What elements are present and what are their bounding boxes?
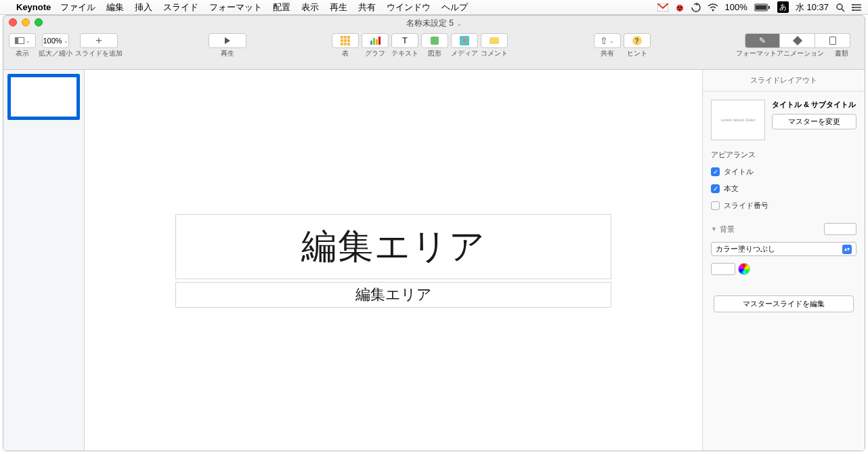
edit-master-button[interactable]: マスタースライドを編集 bbox=[714, 295, 854, 312]
svg-point-1 bbox=[676, 5, 683, 12]
slide[interactable]: 編集エリア 編集エリア bbox=[132, 107, 655, 401]
zoom-window-button[interactable] bbox=[35, 18, 43, 26]
color-picker-button[interactable] bbox=[738, 263, 750, 275]
comment-icon bbox=[490, 37, 499, 44]
chart-label: グラフ bbox=[365, 49, 385, 58]
format-tab[interactable]: ✎ bbox=[745, 33, 780, 48]
clock[interactable]: 水 10:37 bbox=[796, 1, 829, 14]
menu-share[interactable]: 共有 bbox=[358, 1, 376, 14]
disclosure-triangle-icon[interactable]: ▼ bbox=[711, 226, 717, 232]
menu-edit[interactable]: 編集 bbox=[106, 1, 124, 14]
svg-point-3 bbox=[680, 7, 682, 8]
comment-button[interactable] bbox=[481, 33, 508, 48]
gmail-icon[interactable] bbox=[657, 3, 668, 12]
svg-point-14 bbox=[852, 4, 854, 5]
shape-icon bbox=[431, 37, 439, 45]
color-swatch[interactable] bbox=[711, 263, 735, 275]
view-icon bbox=[15, 37, 24, 44]
spotlight-icon[interactable] bbox=[836, 3, 845, 12]
play-button[interactable] bbox=[209, 33, 246, 48]
subtitle-placeholder[interactable]: 編集エリア bbox=[175, 282, 611, 308]
plus-icon: + bbox=[95, 35, 102, 47]
menu-play[interactable]: 再生 bbox=[330, 1, 347, 14]
keynote-window: 名称未設定 5 ⌄ ⌄ 表示 100%⌄ 拡大／縮小 + スライドを追加 再生 … bbox=[3, 15, 865, 451]
zoom-button[interactable]: 100%⌄ bbox=[42, 33, 69, 48]
background-well[interactable] bbox=[824, 223, 856, 235]
diamond-icon bbox=[792, 36, 802, 45]
menu-window[interactable]: ウインドウ bbox=[387, 1, 431, 14]
ladybug-icon[interactable] bbox=[675, 3, 685, 12]
svg-point-4 bbox=[679, 9, 680, 10]
svg-point-9 bbox=[837, 4, 842, 9]
play-label: 再生 bbox=[221, 49, 234, 58]
share-icon: ⇧ bbox=[600, 35, 608, 46]
table-label: 表 bbox=[342, 49, 349, 58]
menu-view[interactable]: 表示 bbox=[301, 1, 319, 14]
svg-point-5 bbox=[712, 9, 714, 11]
menu-file[interactable]: ファイル bbox=[60, 1, 95, 14]
subtitle-text: 編集エリア bbox=[355, 285, 432, 305]
svg-point-15 bbox=[852, 7, 854, 8]
battery-icon[interactable] bbox=[754, 3, 771, 12]
app-menu[interactable]: Keynote bbox=[16, 2, 51, 12]
select-arrows-icon: ▴▾ bbox=[842, 245, 852, 254]
svg-rect-7 bbox=[755, 5, 766, 9]
text-button[interactable]: T bbox=[391, 33, 418, 48]
slidenum-checkbox-label: スライド番号 bbox=[724, 201, 768, 211]
layout-name: タイトル & サブタイトル bbox=[772, 100, 856, 110]
share-button[interactable]: ⇧⌄ bbox=[594, 33, 621, 48]
menu-slide[interactable]: スライド bbox=[163, 1, 198, 14]
sync-icon[interactable] bbox=[691, 3, 701, 12]
slide-canvas[interactable]: 編集エリア 編集エリア bbox=[85, 70, 702, 451]
add-slide-button[interactable]: + bbox=[80, 33, 118, 48]
body-checkbox-label: 本文 bbox=[724, 184, 739, 194]
chart-icon bbox=[370, 37, 381, 45]
fill-type-value: カラー塗りつぶし bbox=[716, 244, 775, 254]
brush-icon: ✎ bbox=[759, 36, 766, 45]
svg-point-16 bbox=[852, 9, 854, 11]
title-placeholder[interactable]: 編集エリア bbox=[175, 214, 611, 279]
view-label: 表示 bbox=[16, 49, 29, 58]
menu-arrange[interactable]: 配置 bbox=[273, 1, 290, 14]
document-icon bbox=[829, 37, 836, 45]
media-icon bbox=[460, 36, 469, 45]
hint-button[interactable]: ? bbox=[624, 33, 651, 48]
document-title[interactable]: 名称未設定 5 bbox=[406, 18, 454, 29]
animation-tab-label: アニメーション bbox=[777, 49, 824, 58]
change-master-button[interactable]: マスターを変更 bbox=[772, 114, 856, 129]
document-tab-label: 書類 bbox=[824, 49, 859, 58]
menu-help[interactable]: ヘルプ bbox=[441, 1, 468, 14]
media-label: メディア bbox=[451, 49, 478, 58]
body-checkbox[interactable]: ✓ bbox=[711, 184, 720, 193]
add-slide-label: スライドを追加 bbox=[75, 49, 123, 58]
menu-format[interactable]: フォーマット bbox=[209, 1, 262, 14]
slidenum-checkbox[interactable] bbox=[711, 201, 720, 210]
svg-point-2 bbox=[678, 7, 679, 8]
fill-type-select[interactable]: カラー塗りつぶし ▴▾ bbox=[711, 242, 856, 256]
svg-line-10 bbox=[842, 9, 844, 12]
format-tab-label: フォーマット bbox=[736, 49, 777, 58]
media-button[interactable] bbox=[451, 33, 478, 48]
title-checkbox[interactable]: ✓ bbox=[711, 167, 720, 176]
ime-indicator[interactable]: あ bbox=[777, 1, 789, 13]
view-button[interactable]: ⌄ bbox=[9, 33, 36, 48]
shape-button[interactable] bbox=[421, 33, 448, 48]
toolbar: ⌄ 表示 100%⌄ 拡大／縮小 + スライドを追加 再生 表 グラフ bbox=[3, 30, 865, 70]
animation-tab[interactable] bbox=[780, 33, 815, 48]
menu-insert[interactable]: 挿入 bbox=[135, 1, 152, 14]
slide-navigator[interactable]: 1 bbox=[3, 70, 85, 451]
chart-button[interactable] bbox=[362, 33, 389, 48]
slide-thumbnail-1[interactable]: 1 bbox=[7, 74, 80, 120]
table-button[interactable] bbox=[332, 33, 359, 48]
play-icon bbox=[225, 37, 230, 44]
slide-number: 1 bbox=[12, 109, 16, 117]
wifi-icon[interactable] bbox=[708, 3, 718, 12]
close-window-button[interactable] bbox=[9, 18, 17, 26]
title-checkbox-label: タイトル bbox=[724, 167, 754, 177]
minimize-window-button[interactable] bbox=[22, 18, 30, 26]
menu-extras-icon[interactable] bbox=[852, 3, 861, 12]
document-tab[interactable] bbox=[815, 33, 850, 48]
hint-label: ヒント bbox=[627, 49, 647, 58]
document-menu-chevron-icon[interactable]: ⌄ bbox=[456, 20, 462, 27]
svg-rect-8 bbox=[768, 6, 770, 9]
